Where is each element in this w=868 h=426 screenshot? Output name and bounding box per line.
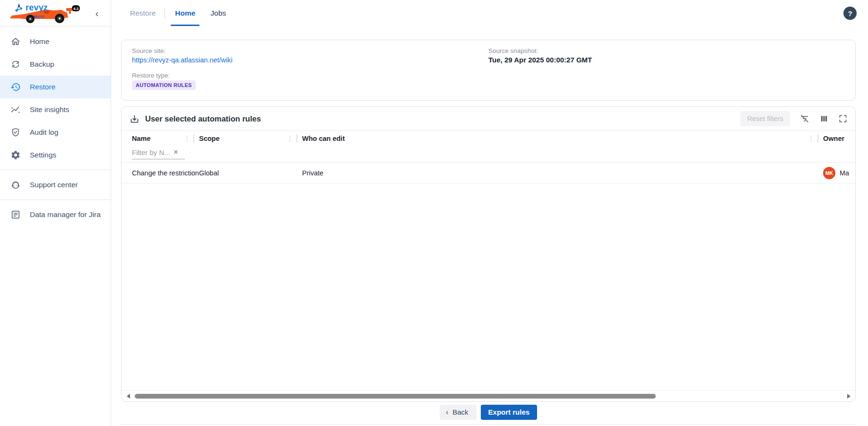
source-site-label: Source site: — [132, 47, 488, 54]
sidebar-item-data-manager-jira[interactable]: Data manager for Jira — [0, 203, 111, 226]
chevron-left-icon: ‹ — [446, 409, 448, 416]
owner-name: Ma — [840, 169, 849, 177]
column-menu-icon[interactable]: ⋮ — [805, 134, 817, 143]
help-icon[interactable]: ? — [843, 7, 857, 20]
sidebar-item-support-center[interactable]: Support center — [0, 174, 111, 196]
table-filter-row: × — [122, 144, 855, 163]
footer-actions: ‹ Back Export rules — [121, 405, 856, 425]
source-site-link[interactable]: https://revyz-qa.atlassian.net/wiki — [132, 56, 233, 64]
fullscreen-icon[interactable] — [838, 114, 848, 123]
restore-history-icon — [10, 82, 21, 92]
tab-home[interactable]: Home — [174, 0, 196, 26]
sidebar-item-restore[interactable]: Restore — [0, 76, 111, 98]
sidebar-header: revyz REVYZ 4.2 ‹ — [0, 0, 111, 26]
automation-rules-card: User selected automation rules Reset fil… — [121, 106, 856, 402]
brand-name: revyz — [26, 3, 48, 13]
cell-owner: MK Ma — [818, 167, 855, 179]
export-rules-button[interactable]: Export rules — [481, 405, 538, 420]
article-icon — [10, 209, 21, 220]
column-menu-icon[interactable]: ⋮ — [284, 134, 296, 143]
sidebar-item-label: Audit log — [30, 128, 58, 137]
sidebar-divider — [0, 200, 111, 200]
sidebar-divider — [0, 170, 111, 170]
home-icon — [10, 36, 21, 47]
rules-card-header: User selected automation rules Reset fil… — [122, 107, 855, 131]
sidebar-item-audit-log[interactable]: Audit log — [0, 121, 111, 144]
import-rules-icon — [130, 114, 139, 124]
cell-scope: Global — [194, 169, 297, 177]
filter-off-icon[interactable] — [799, 113, 810, 124]
sidebar-item-settings[interactable]: Settings — [0, 144, 111, 166]
clear-filter-icon[interactable]: × — [172, 148, 180, 158]
molecule-icon — [14, 3, 24, 13]
source-snapshot-label: Source snapshot: — [488, 47, 845, 54]
breadcrumb-divider — [165, 8, 165, 19]
sidebar: revyz REVYZ 4.2 ‹ — [0, 0, 111, 426]
svg-text:REVYZ: REVYZ — [33, 15, 44, 18]
backup-cloud-icon — [10, 59, 21, 70]
rules-card-title: User selected automation rules — [145, 114, 261, 123]
breadcrumb-restore[interactable]: Restore — [130, 9, 156, 17]
table-row[interactable]: Change the restriction Global Private MK… — [122, 163, 855, 183]
app-window: revyz REVYZ 4.2 ‹ — [0, 0, 868, 426]
column-header-who-can-edit: Who can edit ⋮ — [297, 134, 818, 143]
name-filter-input[interactable] — [132, 147, 172, 159]
svg-text:4.2: 4.2 — [73, 7, 79, 11]
name-filter-field: × — [132, 147, 185, 159]
sidebar-nav: Home Backup Restore — [0, 26, 111, 226]
topbar: Restore Home Jobs ? — [111, 0, 868, 26]
scrollbar-thumb[interactable] — [135, 394, 656, 399]
columns-icon[interactable] — [819, 114, 829, 123]
scroll-right-icon[interactable] — [845, 392, 852, 400]
column-header-scope: Scope ⋮ — [194, 134, 297, 143]
table-header-row: Name ⋮ Scope ⋮ Who can edit ⋮ — [122, 131, 855, 144]
insights-trend-icon — [10, 104, 21, 115]
reset-filters-button[interactable]: Reset filters — [740, 111, 790, 126]
sidebar-item-label: Support center — [30, 181, 78, 189]
sidebar-item-label: Home — [30, 37, 49, 46]
source-site-block: Source site: https://revyz-qa.atlassian.… — [132, 47, 488, 93]
rules-card-title-group: User selected automation rules — [130, 114, 261, 124]
sidebar-item-label: Data manager for Jira — [30, 210, 101, 219]
column-header-owner: Owner — [818, 135, 855, 142]
restore-type-badge: AUTOMATION RULES — [132, 80, 196, 90]
restore-type-label: Restore type: — [132, 72, 488, 79]
sidebar-collapse-button[interactable]: ‹ — [91, 7, 103, 19]
table-empty-space — [122, 183, 855, 390]
column-header-name: Name ⋮ — [122, 134, 194, 143]
brand-logo: revyz — [14, 3, 48, 13]
sidebar-item-site-insights[interactable]: Site insights — [0, 98, 111, 121]
table-toolbar: Reset filters — [740, 111, 848, 126]
shield-check-icon — [10, 127, 21, 138]
main-content: Restore Home Jobs ? Source site: https:/… — [111, 0, 868, 426]
sidebar-item-label: Backup — [30, 60, 54, 69]
cell-name: Change the restriction — [122, 169, 194, 177]
owner-avatar: MK — [823, 167, 835, 179]
sidebar-item-label: Site insights — [30, 105, 69, 114]
gear-icon — [10, 150, 21, 160]
headset-icon — [10, 180, 21, 190]
tab-jobs[interactable]: Jobs — [209, 0, 227, 26]
sidebar-item-home[interactable]: Home — [0, 30, 111, 53]
restore-summary-card: Source site: https://revyz-qa.atlassian.… — [121, 40, 856, 101]
horizontal-scrollbar — [122, 390, 855, 401]
source-snapshot-block: Source snapshot: Tue, 29 Apr 2025 00:00:… — [488, 47, 845, 93]
back-button[interactable]: ‹ Back — [440, 405, 477, 420]
cell-who-can-edit: Private — [297, 169, 818, 177]
source-snapshot-value: Tue, 29 Apr 2025 00:00:27 GMT — [488, 56, 845, 64]
page-body: Source site: https://revyz-qa.atlassian.… — [111, 26, 868, 426]
sidebar-item-label: Settings — [30, 151, 56, 159]
column-menu-icon[interactable]: ⋮ — [181, 134, 193, 143]
sidebar-item-label: Restore — [30, 83, 55, 91]
scroll-left-icon[interactable] — [124, 392, 132, 400]
sidebar-item-backup[interactable]: Backup — [0, 53, 111, 76]
scrollbar-track[interactable] — [134, 393, 843, 399]
